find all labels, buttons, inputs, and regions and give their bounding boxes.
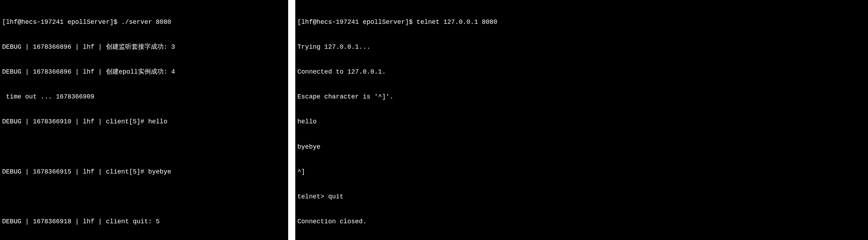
terminal-line: Connected to 127.0.0.1. <box>297 68 866 76</box>
terminal-line: ^] <box>297 168 866 176</box>
terminal-line: Connection closed. <box>297 218 866 226</box>
terminal-line: time out ... 1678366909 <box>2 93 286 101</box>
terminal-line: [lhf@hecs-197241 epollServer]$ ./server … <box>2 18 286 26</box>
terminal-line: DEBUG | 1678366896 | lhf | 创建监听套接字成功: 3 <box>2 43 286 51</box>
terminal-line: byebye <box>297 143 866 151</box>
terminal-line: DEBUG | 1678366918 | lhf | client quit: … <box>2 218 286 226</box>
terminal-line: [lhf@hecs-197241 epollServer]$ telnet 12… <box>297 18 866 26</box>
terminal-line: Trying 127.0.0.1... <box>297 43 866 51</box>
terminal-line: Escape character is '^]'. <box>297 93 866 101</box>
terminal-line: hello <box>297 118 866 126</box>
terminal-right-pane[interactable]: [lhf@hecs-197241 epollServer]$ telnet 12… <box>295 0 868 240</box>
pane-divider <box>288 0 295 240</box>
terminal-line: DEBUG | 1678366896 | lhf | 创建epoll实例成功: … <box>2 68 286 76</box>
terminal-line <box>2 193 286 201</box>
terminal-line: telnet> quit <box>297 193 866 201</box>
terminal-left-pane[interactable]: [lhf@hecs-197241 epollServer]$ ./server … <box>0 0 288 240</box>
terminal-line <box>2 143 286 151</box>
terminal-line: DEBUG | 1678366915 | lhf | client[5]# by… <box>2 168 286 176</box>
terminal-line: DEBUG | 1678366910 | lhf | client[5]# he… <box>2 118 286 126</box>
